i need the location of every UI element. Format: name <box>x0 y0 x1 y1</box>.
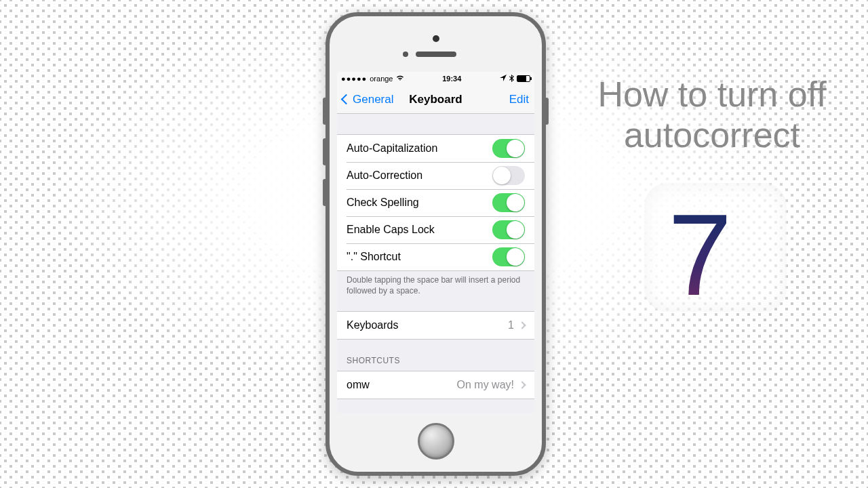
headline-line-1: How to turn off <box>590 75 834 115</box>
clock: 19:34 <box>442 75 461 83</box>
back-button[interactable]: General <box>342 93 393 106</box>
row-auto-correction: Auto-Correction <box>337 162 534 189</box>
keyboards-count: 1 <box>508 319 514 331</box>
shortcuts-header: SHORTCUTS <box>337 356 534 368</box>
row-auto-capitalization: Auto-Capitalization <box>337 135 534 162</box>
shortcut-key: omw <box>347 379 370 391</box>
battery-icon <box>517 75 530 82</box>
chevron-right-icon <box>518 382 526 389</box>
row-period-shortcut: "." Shortcut <box>337 243 534 270</box>
location-icon <box>500 75 507 83</box>
shortcuts-group: omw On my way! <box>337 371 534 399</box>
toggles-group: Auto-Capitalization Auto-Correction Chec… <box>337 134 534 271</box>
headline-line-2: autocorrect <box>590 115 834 156</box>
chevron-left-icon <box>341 94 352 105</box>
front-camera <box>433 35 439 42</box>
row-keyboards[interactable]: Keyboards 1 <box>337 312 534 339</box>
back-label: General <box>353 93 393 106</box>
home-button[interactable] <box>418 423 454 460</box>
bluetooth-icon <box>509 75 514 83</box>
shortcut-phrase: On my way! <box>457 379 514 391</box>
row-label: Auto-Correction <box>347 169 422 182</box>
toggle-auto-correction[interactable] <box>492 166 525 185</box>
signal-dots-icon: ●●●●● <box>341 75 367 83</box>
earpiece <box>416 52 456 57</box>
carrier-label: orange <box>370 75 393 83</box>
nav-bar: General Keyboard Edit <box>337 85 534 114</box>
row-label: "." Shortcut <box>347 251 401 263</box>
tutorial-headline: How to turn off autocorrect <box>590 75 834 156</box>
ios7-glyph: 7 <box>668 188 732 321</box>
toggle-check-spelling[interactable] <box>492 193 525 212</box>
screen: ●●●●● orange 19:34 General <box>337 72 534 413</box>
edit-button[interactable]: Edit <box>509 93 529 106</box>
iphone-frame: ●●●●● orange 19:34 General <box>326 12 546 476</box>
status-bar: ●●●●● orange 19:34 <box>337 72 534 85</box>
row-check-spelling: Check Spelling <box>337 189 534 216</box>
keyboards-group: Keyboards 1 <box>337 311 534 340</box>
chevron-right-icon <box>518 322 526 329</box>
row-shortcut[interactable]: omw On my way! <box>337 371 534 399</box>
row-label: Check Spelling <box>347 197 419 209</box>
toggle-auto-capitalization[interactable] <box>492 139 525 158</box>
toggle-caps-lock[interactable] <box>492 220 525 239</box>
period-shortcut-footer: Double tapping the space bar will insert… <box>337 271 534 296</box>
row-label: Keyboards <box>347 319 399 331</box>
wifi-icon <box>396 75 404 83</box>
proximity-sensor <box>403 52 408 57</box>
row-enable-caps-lock: Enable Caps Lock <box>337 216 534 243</box>
row-label: Enable Caps Lock <box>347 224 435 236</box>
toggle-period-shortcut[interactable] <box>492 247 525 266</box>
row-label: Auto-Capitalization <box>347 142 437 155</box>
